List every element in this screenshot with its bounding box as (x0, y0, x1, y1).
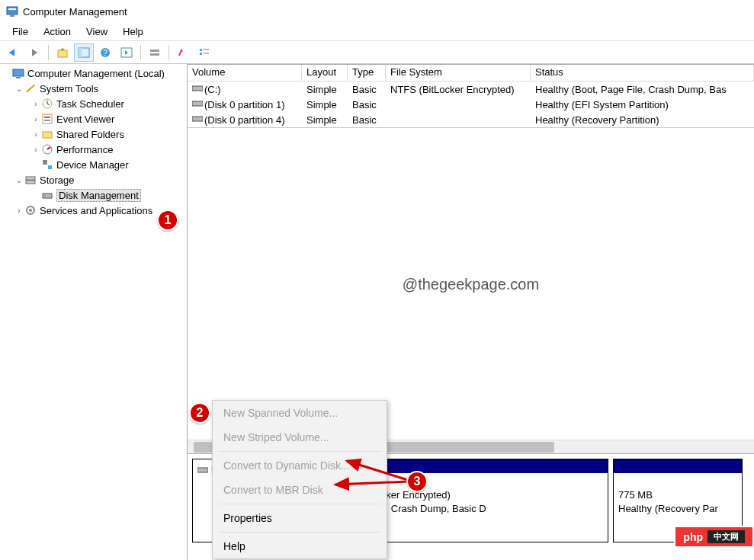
cell-volume: (Disk 0 partition 4) (204, 114, 284, 126)
svg-rect-9 (150, 50, 159, 52)
tree-label: Services and Applications (40, 205, 152, 216)
titlebar: Computer Management (0, 0, 754, 23)
action-button[interactable] (145, 43, 165, 62)
svg-rect-18 (43, 114, 52, 123)
menu-properties[interactable]: Properties (213, 506, 387, 530)
cell-volume: (Disk 0 partition 1) (204, 99, 284, 110)
up-button[interactable] (53, 43, 72, 62)
tree-storage[interactable]: ⌄ Storage (0, 172, 187, 187)
menu-convert-mbr[interactable]: Convert to MBR Disk (213, 478, 387, 502)
menu-separator (219, 451, 380, 452)
disk-icon (192, 84, 203, 93)
tree-label: System Tools (40, 83, 98, 94)
expander-icon[interactable]: › (30, 130, 41, 139)
annotation-callout-3: 3 (406, 471, 428, 492)
svg-rect-32 (192, 101, 203, 106)
menu-action[interactable]: Action (36, 24, 79, 39)
menu-convert-dynamic[interactable]: Convert to Dynamic Disk... (213, 453, 387, 478)
tree-device-manager[interactable]: Device Manager (0, 157, 187, 172)
clock-icon (41, 98, 53, 110)
disk-management-icon (41, 189, 53, 201)
cell-type: Basic (348, 83, 386, 96)
forward-button[interactable] (24, 43, 44, 62)
expander-icon[interactable]: ⌄ (14, 85, 24, 93)
partition-color-bar (614, 459, 742, 473)
cell-volume: (C:) (204, 84, 221, 95)
settings-button[interactable] (173, 43, 193, 62)
storage-icon (24, 174, 37, 186)
tree-shared-folders[interactable]: › Shared Folders (0, 126, 187, 142)
tree-label: Device Manager (56, 159, 129, 171)
expander-icon[interactable]: › (30, 115, 41, 123)
svg-rect-12 (200, 53, 202, 55)
tree-label: Performance (56, 144, 113, 155)
menu-separator (219, 504, 380, 504)
svg-rect-33 (192, 117, 203, 121)
menubar: File Action View Help (0, 23, 754, 41)
back-button[interactable] (3, 43, 23, 62)
badge-dark: 中文网 (707, 530, 745, 543)
tree-performance[interactable]: › Performance (0, 142, 187, 157)
tree-disk-management[interactable]: Disk Management (0, 187, 187, 203)
expander-icon[interactable]: ⌄ (14, 176, 24, 184)
expander-icon[interactable]: › (30, 100, 41, 108)
refresh-button[interactable] (117, 43, 136, 62)
col-file-system[interactable]: File System (386, 65, 531, 81)
list-button[interactable] (194, 43, 214, 62)
php-badge: php 中文网 (674, 526, 754, 548)
svg-rect-34 (197, 468, 208, 472)
cell-fs (386, 104, 531, 105)
tree-label: Event Viewer (56, 114, 114, 125)
badge-text: php (683, 531, 703, 543)
annotation-callout-2: 2 (189, 402, 210, 424)
menu-file[interactable]: File (5, 24, 36, 39)
table-row[interactable]: (Disk 0 partition 4) Simple Basic Health… (188, 112, 754, 127)
svg-rect-14 (204, 53, 209, 54)
tree-system-tools[interactable]: ⌄ System Tools (0, 81, 187, 96)
cell-type: Basic (348, 98, 386, 111)
svg-rect-24 (48, 165, 52, 169)
menu-help[interactable]: Help (213, 534, 387, 558)
tree-root[interactable]: Computer Management (Local) (0, 66, 187, 81)
expander-icon[interactable]: › (14, 206, 24, 215)
show-hide-tree-button[interactable] (74, 43, 94, 62)
services-icon (24, 204, 37, 216)
col-type[interactable]: Type (348, 65, 386, 81)
toolbar-separator (48, 45, 49, 60)
device-manager-icon (41, 158, 53, 171)
tree-label: Shared Folders (56, 129, 124, 140)
tree-label: Task Scheduler (56, 98, 124, 110)
toolbar: ? (0, 41, 754, 64)
table-row[interactable]: (Disk 0 partition 1) Simple Basic Health… (188, 97, 754, 112)
help-button[interactable]: ? (95, 43, 115, 62)
partition-size: 775 MB (618, 488, 737, 502)
annotation-callout-1: 1 (157, 210, 178, 231)
computer-icon (12, 67, 24, 79)
tree-label: Disk Management (56, 189, 141, 202)
svg-text:?: ? (103, 49, 107, 57)
disk-icon (192, 99, 203, 108)
menu-separator (219, 532, 380, 533)
table-row[interactable]: (C:) Simple Basic NTFS (BitLocker Encryp… (188, 82, 754, 97)
col-status[interactable]: Status (531, 65, 754, 81)
svg-rect-1 (8, 8, 16, 10)
menu-help[interactable]: Help (115, 24, 151, 39)
menu-view[interactable]: View (79, 24, 115, 39)
cell-layout: Simple (302, 98, 348, 111)
svg-rect-2 (10, 15, 14, 17)
window-title: Computer Management (23, 6, 127, 18)
cell-layout: Simple (302, 83, 348, 96)
toolbar-separator (140, 45, 141, 60)
svg-rect-3 (58, 50, 67, 57)
cell-fs (386, 119, 531, 120)
middle-area: @thegeekpage.com (188, 128, 754, 440)
col-layout[interactable]: Layout (302, 65, 348, 81)
svg-rect-16 (16, 77, 21, 78)
svg-rect-20 (44, 120, 50, 121)
expander-icon[interactable]: › (30, 146, 41, 154)
cell-layout: Simple (302, 114, 348, 126)
col-volume[interactable]: Volume (188, 65, 302, 81)
svg-rect-10 (150, 53, 159, 56)
tree-task-scheduler[interactable]: › Task Scheduler (0, 96, 187, 111)
tree-event-viewer[interactable]: › Event Viewer (0, 111, 187, 126)
